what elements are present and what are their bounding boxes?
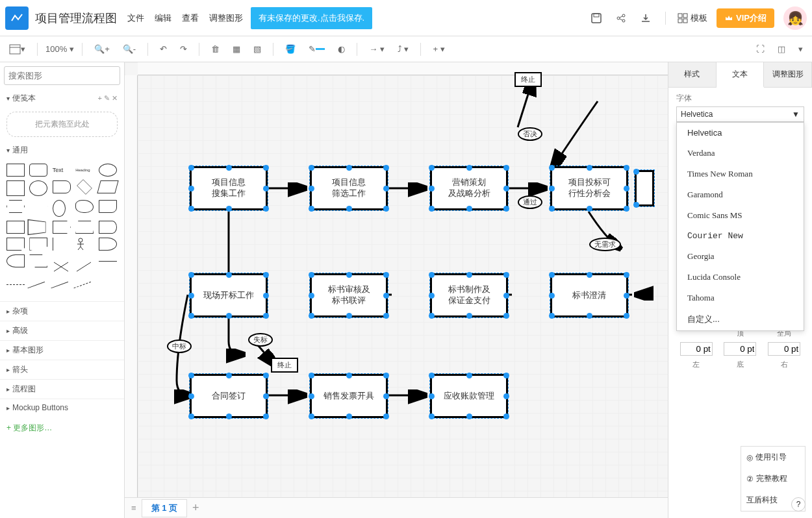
node-bid-clarify[interactable]: 标书澄清 [550,273,628,317]
spacing-left-input[interactable] [680,342,713,356]
shape-arrow[interactable] [51,282,72,300]
shape-triangle[interactable] [29,200,47,213]
add-page[interactable]: + [192,501,199,515]
shape-actor[interactable] [75,238,94,251]
node-invoice[interactable]: 销售发票开具 [310,374,388,418]
shape-note[interactable] [6,238,25,251]
cat-mockup[interactable]: ▸Mockup Buttons [0,399,124,416]
menu-edit[interactable]: 编辑 [155,12,171,24]
page-tab-1[interactable]: 第 1 页 [142,499,187,517]
share-icon[interactable] [613,10,629,26]
zoom-value[interactable]: 100% [45,44,67,54]
menu-arrange[interactable]: 调整图形 [209,12,243,24]
spacing-right-input[interactable] [768,342,800,356]
search-input[interactable] [4,66,120,85]
fill-color-icon[interactable]: 🪣 [281,42,299,56]
font-option-helvetica[interactable]: Helvetica [677,123,804,143]
help-tutorial[interactable]: ② 完整教程 [741,468,805,489]
shape-heading[interactable]: Heading [75,164,94,177]
shape-cube[interactable] [28,219,46,235]
shape-circle[interactable] [29,180,47,196]
node-bid-open[interactable]: 现场开标工作 [190,273,268,317]
tab-text[interactable]: 文本 [717,62,765,88]
save-icon[interactable] [589,10,604,26]
shape-text[interactable]: Text [53,164,71,177]
to-back-icon[interactable]: ▧ [249,42,265,56]
connection-icon[interactable]: → ▾ [365,42,388,56]
shape-and[interactable] [6,254,25,267]
font-option-tahoma[interactable]: Tahoma [677,288,804,308]
shape-callout[interactable] [99,200,117,213]
shadow-icon[interactable]: ◐ [334,42,349,56]
node-bid-make[interactable]: 标书制作及 保证金支付 [430,273,508,317]
more-shapes[interactable]: + 更多图形… [0,416,124,440]
cat-advanced[interactable]: ▸高级 [0,321,124,340]
shape-dashed-arrow[interactable] [74,282,95,300]
font-option-georgia[interactable]: Georgia [677,246,804,267]
insert-icon[interactable]: + ▾ [429,42,448,56]
shape-step[interactable] [53,221,71,234]
delete-icon[interactable]: 🗑 [207,42,223,56]
unsaved-banner[interactable]: 有未保存的更改.点击我保存. [251,7,372,29]
cat-flowchart[interactable]: ▸流程图 [0,379,124,399]
shape-arrow-cross[interactable] [53,261,71,274]
to-front-icon[interactable]: ▦ [229,42,244,56]
node-marketing[interactable]: 营销策划 及战略分析 [430,166,508,210]
shape-data[interactable] [29,254,47,267]
shape-arrow-biv[interactable] [75,261,94,274]
download-icon[interactable] [638,10,653,26]
cat-basic[interactable]: ▸基本图形 [0,340,124,360]
label-win[interactable]: 中标 [167,339,192,353]
shape-line[interactable] [99,261,117,274]
terminator-2[interactable]: 终止 [271,358,298,373]
vip-button[interactable]: VIP介绍 [717,8,774,28]
shape-hexagon[interactable] [6,200,25,213]
shape-callout2[interactable] [53,238,71,251]
shape-tape[interactable] [99,221,117,234]
font-option-lucida[interactable]: Lucida Console [677,267,804,288]
label-lose[interactable]: 失标 [248,333,273,347]
font-option-comic[interactable]: Comic Sans MS [677,205,804,226]
shape-or[interactable] [99,238,117,251]
help-guide[interactable]: ◎ 使用引导 [741,447,805,468]
node-partial[interactable] [635,170,654,206]
node-bid-review[interactable]: 标书审核及 标书联评 [310,273,388,317]
outline-icon[interactable]: ▾ [794,42,807,56]
user-avatar[interactable]: 👧 [783,6,807,30]
format-panel-icon[interactable]: ◫ [774,42,789,56]
undo-icon[interactable]: ↶ [156,42,171,56]
shape-trapezoid[interactable] [75,221,94,234]
terminator-1[interactable]: 终止 [514,72,542,87]
shape-rect[interactable] [6,164,25,177]
shape-ellipse[interactable] [99,164,117,177]
fullscreen-icon[interactable]: ⛶ [752,42,768,56]
dropzone[interactable]: 把元素拖至此处 [6,112,118,137]
shape-arrow-bi[interactable] [28,282,49,300]
help-icon[interactable]: ? [791,497,806,512]
font-option-courier[interactable]: Courier New [677,226,804,246]
zoom-in-icon[interactable]: 🔍+ [90,42,114,56]
canvas[interactable]: 项目信息 搜集工作 项目信息 筛选工作 营销策划 及战略分析 项目投标可 行性分… [125,62,668,518]
shape-internal[interactable] [6,221,25,234]
font-select[interactable]: Helvetica▼ [676,106,804,122]
waypoint-icon[interactable]: ⤴ ▾ [394,42,413,56]
node-info-collect[interactable]: 项目信息 搜集工作 [190,166,268,210]
shape-dashed[interactable] [6,284,25,297]
tab-arrange[interactable]: 调整图形 [764,62,812,87]
label-pass[interactable]: 通过 [518,195,542,209]
node-info-filter[interactable]: 项目信息 筛选工作 [310,166,388,210]
font-option-garamond[interactable]: Garamond [677,184,804,205]
shape-square[interactable] [6,180,25,196]
node-feasibility[interactable]: 项目投标可 行性分析会 [550,166,628,210]
font-option-verdana[interactable]: Verdana [677,143,804,164]
node-receivable[interactable]: 应收账款管理 [430,374,508,418]
shape-process[interactable] [53,180,71,193]
shape-round-rect[interactable] [29,164,47,177]
font-option-times[interactable]: Times New Roman [677,164,804,184]
line-color-icon[interactable]: ✎ [305,42,329,56]
scratchpad-section[interactable]: ▾便笺本+ ✎ ✕ [0,89,124,108]
zoom-out-icon[interactable]: 🔍- [119,42,140,56]
label-noneed[interactable]: 无需求 [589,238,621,251]
shape-parallelogram[interactable] [97,180,118,193]
shape-cylinder[interactable] [53,200,66,217]
